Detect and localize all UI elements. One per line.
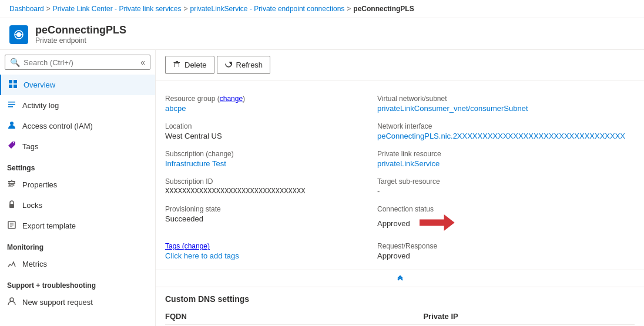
connection-status-row: Approved (377, 214, 625, 233)
target-sub-resource-prop: Target sub-resource - (377, 173, 635, 200)
collapse-icon[interactable]: « (140, 58, 145, 67)
private-link-resource-link[interactable]: privateLinkService (377, 159, 440, 168)
breadcrumb-sep1: > (46, 5, 51, 13)
delete-icon (173, 60, 181, 70)
sidebar-item-activity-log[interactable]: Activity log (0, 95, 155, 116)
location-value: West Central US (165, 132, 368, 140)
sidebar-item-export-template-label: Export template (22, 221, 76, 230)
page-header-icon (9, 25, 28, 44)
svg-rect-6 (9, 85, 12, 88)
target-sub-resource-value: - (377, 187, 625, 196)
subscription-link[interactable]: Infrastructure Test (165, 159, 226, 168)
main-layout: 🔍 « Overview Activity log Access control… (0, 50, 644, 326)
tags-prop: Tags (change) Click here to add tags (165, 237, 377, 265)
endpoint-icon (13, 29, 25, 41)
sidebar-item-support-label: New support request (22, 298, 93, 307)
subscription-id-value: XXXXXXXXXXXXXXXXXXXXXXXXXXXXXXXXX (165, 187, 368, 195)
iam-icon (7, 120, 16, 132)
sidebar-item-overview[interactable]: Overview (0, 75, 155, 95)
private-link-resource-value: privateLinkService (377, 159, 625, 168)
tags-add-link[interactable]: Click here to add tags (165, 251, 239, 260)
tags-icon (7, 141, 16, 152)
request-response-prop: Request/Response Approved (377, 237, 635, 265)
connection-status-value: Approved (377, 219, 410, 228)
request-response-value: Approved (377, 251, 625, 260)
subscription-label: Subscription (change) (165, 150, 368, 158)
resource-group-change-link[interactable]: change (220, 95, 243, 103)
subscription-prop: Subscription (change) Infrastructure Tes… (165, 145, 377, 173)
virtual-network-link[interactable]: privateLinkConsumer_vnet/consumerSubnet (377, 104, 528, 113)
network-interface-prop: Network interface peConnectingPLS.nic.2X… (377, 117, 635, 145)
sidebar-item-tags-label: Tags (22, 142, 38, 151)
sidebar-item-iam[interactable]: Access control (IAM) (0, 116, 155, 136)
dns-col-ip: Private IP (423, 308, 635, 325)
sidebar-item-metrics[interactable]: Metrics (0, 254, 155, 274)
page-title: peConnectingPLS (35, 24, 126, 36)
sidebar-item-activity-log-label: Activity log (22, 101, 59, 110)
subscription-id-prop: Subscription ID XXXXXXXXXXXXXXXXXXXXXXXX… (165, 173, 377, 200)
network-interface-link[interactable]: peConnectingPLS.nic.2XXXXXXXXXXXXXXXXXXX… (377, 132, 625, 140)
sidebar-item-properties[interactable]: Properties (0, 174, 155, 195)
location-label: Location (165, 122, 368, 130)
sidebar-item-iam-label: Access control (IAM) (22, 122, 93, 130)
network-interface-value: peConnectingPLS.nic.2XXXXXXXXXXXXXXXXXXX… (377, 132, 625, 140)
sidebar-item-export-template[interactable]: Export template (0, 216, 155, 236)
sidebar-item-support-request[interactable]: New support request (0, 292, 155, 312)
svg-rect-4 (9, 80, 12, 83)
custom-dns-title: Custom DNS settings (165, 287, 635, 308)
search-input[interactable] (24, 58, 137, 67)
svg-rect-14 (8, 186, 13, 187)
sidebar-item-overview-label: Overview (24, 80, 55, 89)
private-link-resource-prop: Private link resource privateLinkService (377, 145, 635, 173)
page-header-text: peConnectingPLS Private endpoint (35, 24, 126, 45)
request-response-label: Request/Response (377, 242, 625, 250)
activity-log-icon (7, 100, 16, 111)
svg-rect-9 (8, 104, 15, 105)
tags-change-link[interactable]: Tags (change) (165, 242, 210, 250)
svg-rect-13 (8, 183, 15, 184)
sidebar-item-locks-label: Locks (22, 201, 42, 210)
virtual-network-label: Virtual network/subnet (377, 95, 625, 103)
breadcrumb-current: peConnectingPLS (353, 5, 414, 13)
sidebar-item-metrics-label: Metrics (22, 260, 47, 268)
breadcrumb-dashboard[interactable]: Dashboard (9, 5, 44, 13)
refresh-label: Refresh (236, 61, 263, 69)
resource-group-label: Resource group (change) (165, 95, 368, 103)
page-subtitle: Private endpoint (35, 36, 126, 45)
virtual-network-value: privateLinkConsumer_vnet/consumerSubnet (377, 104, 625, 113)
dns-col-fqdn: FQDN (165, 308, 423, 325)
collapse-button[interactable] (156, 270, 644, 284)
sidebar-search-container[interactable]: 🔍 « (5, 55, 150, 70)
sidebar: 🔍 « Overview Activity log Access control… (0, 50, 156, 326)
content-area: Delete Refresh Resource group (change) a… (156, 50, 644, 326)
locks-icon (7, 200, 16, 211)
section-title-monitoring: Monitoring (0, 236, 155, 254)
resource-group-prop: Resource group (change) abcpe (165, 90, 377, 117)
delete-label: Delete (185, 61, 207, 69)
breadcrumb-endpoint-connections[interactable]: privateLinkService - Private endpoint co… (190, 5, 345, 13)
sidebar-item-locks[interactable]: Locks (0, 195, 155, 216)
sidebar-item-properties-label: Properties (22, 180, 57, 189)
connection-status-label: Connection status (377, 205, 625, 213)
section-title-support: Support + troubleshooting (0, 274, 155, 292)
custom-dns-section: Custom DNS settings FQDN Private IP Not … (156, 287, 644, 326)
private-link-resource-label: Private link resource (377, 150, 625, 158)
delete-button[interactable]: Delete (165, 56, 214, 74)
page-header: peConnectingPLS Private endpoint (0, 18, 644, 50)
svg-rect-7 (14, 85, 17, 88)
search-icon: 🔍 (10, 58, 20, 67)
target-sub-resource-label: Target sub-resource (377, 177, 625, 186)
svg-point-20 (10, 298, 14, 301)
refresh-icon (224, 60, 233, 70)
red-arrow-indicator (420, 214, 455, 233)
tags-value: Click here to add tags (165, 251, 368, 260)
subscription-id-label: Subscription ID (165, 177, 368, 186)
refresh-button[interactable]: Refresh (217, 56, 271, 74)
virtual-network-prop: Virtual network/subnet privateLinkConsum… (377, 90, 635, 117)
chevron-up-icon (395, 273, 405, 282)
breadcrumb-private-link[interactable]: Private Link Center - Private link servi… (53, 5, 182, 13)
resource-group-link[interactable]: abcpe (165, 104, 186, 113)
provisioning-state-value: Succeeded (165, 214, 368, 223)
sidebar-item-tags[interactable]: Tags (0, 136, 155, 157)
svg-rect-10 (8, 106, 13, 107)
